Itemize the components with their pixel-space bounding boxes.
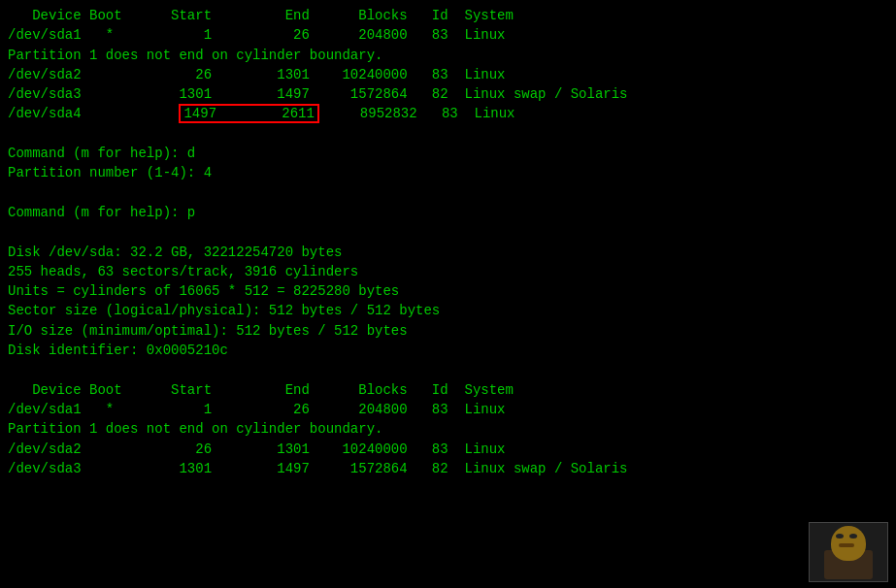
line-disk-info4: Sector size (logical/physical): 512 byte… [8,303,440,318]
line-sda3-2: /dev/sda3 1301 1497 1572864 82 Linux swa… [8,461,628,476]
line-sda2-2: /dev/sda2 26 1301 10240000 83 Linux [8,441,505,457]
line-blank2 [8,185,16,201]
line-sda3-1: /dev/sda3 1301 1497 1572864 82 Linux swa… [8,86,628,102]
line-sda4-1: /dev/sda4 1497 2611 8952832 83 Linux [8,104,515,123]
line-disk-info2: 255 heads, 63 sectors/track, 3916 cylind… [8,264,358,279]
line-sda1-1: /dev/sda1 * 1 26 204800 83 Linux [8,27,505,43]
line-part-num: Partition number (1-4): 4 [8,165,212,180]
line-blank4 [8,362,16,377]
line-sda1-2: /dev/sda1 * 1 26 204800 83 Linux [8,402,505,417]
line-blank1 [8,126,16,142]
line-header1: Device Boot Start End Blocks Id System [8,8,514,23]
line-blank3 [8,224,16,240]
line-cmd-p: Command (m for help): p [8,205,195,220]
terminal: Device Boot Start End Blocks Id System /… [8,6,888,582]
terminal-output: Device Boot Start End Blocks Id System /… [8,6,888,478]
line-warn1: Partition 1 does not end on cylinder bou… [8,48,382,63]
line-header2: Device Boot Start End Blocks Id System [8,382,514,398]
line-disk-info1: Disk /dev/sda: 32.2 GB, 32212254720 byte… [8,245,342,260]
line-disk-info6: Disk identifier: 0x0005210c [8,343,228,358]
line-disk-info5: I/O size (minimum/optimal): 512 bytes / … [8,323,408,339]
line-cmd-d: Command (m for help): d [8,146,195,161]
line-disk-info3: Units = cylinders of 16065 * 512 = 82252… [8,283,399,299]
line-sda2-1: /dev/sda2 26 1301 10240000 83 Linux [8,67,505,82]
line-warn2: Partition 1 does not end on cylinder bou… [8,421,382,437]
thumbnail-content [810,523,887,581]
thumbnail-overlay [809,522,888,582]
highlight-box: 1497 2611 [179,104,318,123]
